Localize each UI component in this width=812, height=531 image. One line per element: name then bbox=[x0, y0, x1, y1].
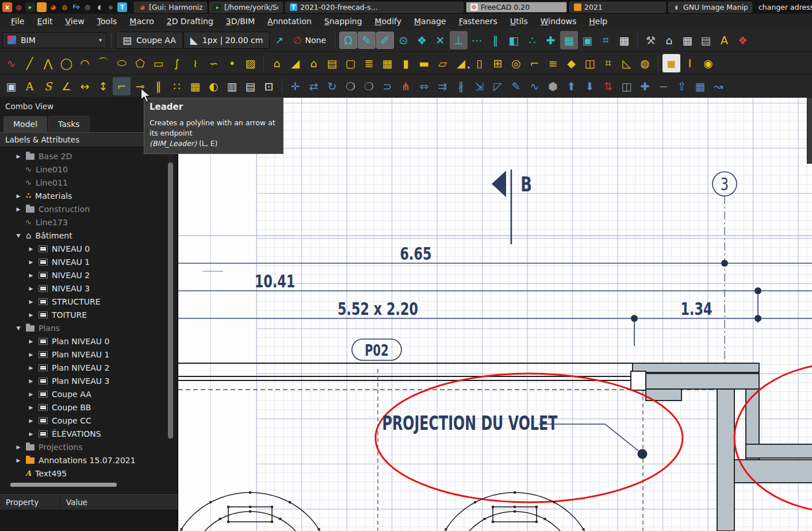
wall-button[interactable]: ≣ bbox=[360, 54, 378, 72]
menu-fasteners[interactable]: Fasteners bbox=[453, 15, 504, 28]
project-button[interactable]: ⌂ bbox=[268, 54, 286, 72]
window-button[interactable]: ⊞ bbox=[489, 54, 507, 72]
pipe-connector-button[interactable]: ⌐ bbox=[526, 54, 543, 72]
wall-segment-vertical-inner[interactable] bbox=[717, 389, 734, 531]
snap-special-button[interactable]: ❖ bbox=[413, 31, 431, 49]
text-frame-button[interactable]: ⊡ bbox=[260, 77, 278, 95]
bim-setup-button[interactable]: ❖ bbox=[734, 31, 752, 49]
simple-copy-button[interactable]: ❍ bbox=[360, 77, 378, 95]
line-button[interactable]: ╱ bbox=[21, 54, 39, 72]
value-column-header[interactable]: Value bbox=[60, 498, 87, 507]
slab-button[interactable]: ▱ bbox=[434, 54, 451, 72]
pipe-button[interactable]: ◎ bbox=[507, 54, 525, 72]
polygon-button[interactable]: ⬠ bbox=[131, 54, 149, 72]
window-end-cap[interactable] bbox=[631, 371, 646, 390]
arrow-style-button[interactable]: ↗ bbox=[270, 32, 288, 49]
tree-item-coupe-cc[interactable]: ▶Coupe CC bbox=[0, 414, 178, 427]
dimension-button[interactable]: ↔ bbox=[76, 77, 94, 95]
remove-component-button[interactable]: − bbox=[654, 77, 672, 95]
path-array-button[interactable]: ↝ bbox=[710, 77, 727, 95]
tab-tasks[interactable]: Tasks bbox=[48, 116, 90, 132]
file-manager-icon[interactable] bbox=[37, 2, 47, 12]
curtain-wall-button[interactable]: ▦ bbox=[378, 54, 396, 72]
facebinder-button[interactable]: ▨ bbox=[242, 54, 259, 72]
drawing-viewport[interactable]: 6.65 10.41 5.52 x 2.20 1.34 P02 B 3 PROJ… bbox=[178, 98, 812, 531]
snap-endpoint-button[interactable]: ✎ bbox=[358, 32, 376, 49]
dimension-text-top[interactable]: 6.65 bbox=[400, 243, 431, 264]
gimp-icon[interactable]: ◖ bbox=[94, 2, 104, 12]
split-button[interactable]: ⋔ bbox=[397, 77, 415, 95]
revision-cloud-ellipse-1[interactable] bbox=[376, 374, 683, 502]
move-button[interactable]: ✛ bbox=[286, 77, 304, 95]
grid-axis-number[interactable]: 3 bbox=[721, 174, 729, 194]
frame-button[interactable]: ◫ bbox=[581, 54, 599, 72]
array-button[interactable]: ▦ bbox=[691, 77, 709, 95]
tree-item-construction[interactable]: ▶Construction bbox=[0, 202, 178, 216]
tree-item-niveau-0[interactable]: ▶NIVEAU 0 bbox=[0, 242, 178, 255]
property-column-header[interactable]: Property bbox=[0, 495, 60, 510]
tree-vscrollbar-thumb[interactable] bbox=[168, 163, 173, 438]
dim-dot-right-1[interactable] bbox=[754, 287, 761, 294]
extrude-button[interactable]: ⇧ bbox=[673, 77, 691, 95]
profile-button[interactable]: I bbox=[681, 54, 699, 72]
chevron-right-icon[interactable]: ▶ bbox=[28, 338, 35, 344]
chevron-right-icon[interactable]: ▶ bbox=[28, 391, 35, 397]
fence-button[interactable]: ⌗ bbox=[599, 54, 617, 72]
tree-item-structure[interactable]: ▶STRUCTURE bbox=[0, 295, 178, 308]
cubic-bezier-button[interactable]: ∽ bbox=[205, 54, 223, 72]
tree-item-coupe-bb[interactable]: ▶Coupe BB bbox=[0, 401, 178, 414]
debian-icon[interactable]: @ bbox=[14, 2, 24, 12]
snap-near-button[interactable]: ∴ bbox=[523, 31, 541, 49]
menu-annotation[interactable]: Annotation bbox=[261, 15, 318, 28]
menu-manage[interactable]: Manage bbox=[408, 15, 453, 28]
chevron-right-icon[interactable]: ▶ bbox=[15, 457, 22, 463]
tree-item-materials[interactable]: ▶∴Materials bbox=[0, 189, 178, 202]
leader-arrow-dot[interactable] bbox=[638, 449, 648, 459]
menu-2d-drafting[interactable]: 2D Drafting bbox=[160, 15, 220, 28]
preferences-button[interactable]: ⚒ bbox=[642, 31, 660, 49]
tree-item-niveau-3[interactable]: ▶NIVEAU 3 bbox=[0, 282, 178, 295]
terminal-icon[interactable]: ▸ bbox=[25, 2, 35, 12]
tree-hscrollbar-thumb[interactable] bbox=[10, 483, 117, 487]
chevron-right-icon[interactable]: ▶ bbox=[15, 444, 22, 450]
xfce-menu-icon[interactable]: x bbox=[2, 2, 12, 12]
panel-button[interactable]: ◆ bbox=[562, 54, 580, 72]
snap-grid-button[interactable]: ▦ bbox=[560, 31, 578, 49]
circle-button[interactable]: ◯ bbox=[58, 54, 75, 72]
toggle-grid-button[interactable]: ▦ bbox=[615, 31, 633, 49]
tree-item-coupe-aa[interactable]: ▶Coupe AA bbox=[0, 387, 178, 401]
wall-segment-top[interactable] bbox=[633, 363, 759, 372]
shape-2d-view-button[interactable]: ⬢ bbox=[544, 77, 562, 95]
section-marker-b[interactable] bbox=[492, 170, 511, 244]
dimension-text-left[interactable]: 10.41 bbox=[255, 271, 296, 291]
dim-dot-right-2[interactable] bbox=[754, 315, 761, 322]
join-button[interactable]: ∦ bbox=[452, 77, 470, 95]
bspline-button[interactable]: ∫ bbox=[168, 54, 186, 72]
chevron-down-icon[interactable]: ▼ bbox=[15, 233, 22, 238]
door-button[interactable]: ▯ bbox=[470, 54, 488, 72]
tree-item-line010[interactable]: ∿Line010 bbox=[0, 163, 178, 176]
door-tag-text[interactable]: P02 bbox=[365, 341, 388, 360]
tree-item-projections[interactable]: ▶Projections bbox=[0, 440, 178, 453]
snap-lock-button[interactable]: Ω bbox=[339, 32, 357, 49]
workbench-selector[interactable]: BIM▾ bbox=[2, 32, 107, 48]
chevron-right-icon[interactable]: ▶ bbox=[15, 193, 22, 199]
menu-3d-bim[interactable]: 3D/BIM bbox=[220, 15, 261, 28]
window-button-folder[interactable]: 2021 bbox=[569, 2, 666, 13]
chevron-right-icon[interactable]: ▶ bbox=[28, 365, 35, 371]
wall-segment-mid[interactable] bbox=[646, 374, 759, 389]
shapestring-button[interactable]: S bbox=[39, 77, 57, 95]
tree-item-annotations-15-07-2021[interactable]: ▶Annotations 15.07.2021 bbox=[0, 453, 178, 467]
chevron-right-icon[interactable]: ▶ bbox=[28, 378, 35, 384]
chevron-right-icon[interactable]: ▶ bbox=[28, 418, 35, 424]
tree-item-text495[interactable]: AText495 bbox=[0, 467, 178, 480]
dimension-angular-button[interactable]: ∠ bbox=[58, 77, 75, 95]
bspline-edit-button[interactable]: ∿ bbox=[526, 77, 543, 95]
point-button[interactable]: • bbox=[223, 54, 241, 72]
wall-segment-right-a[interactable] bbox=[746, 444, 812, 458]
menu-macro[interactable]: Macro bbox=[123, 15, 160, 28]
axis-system-button[interactable]: ∷ bbox=[168, 77, 186, 95]
chevron-right-icon[interactable]: ▶ bbox=[28, 259, 35, 265]
upgrade-button[interactable]: ⬆ bbox=[562, 77, 580, 95]
menu-view[interactable]: View bbox=[59, 15, 91, 28]
